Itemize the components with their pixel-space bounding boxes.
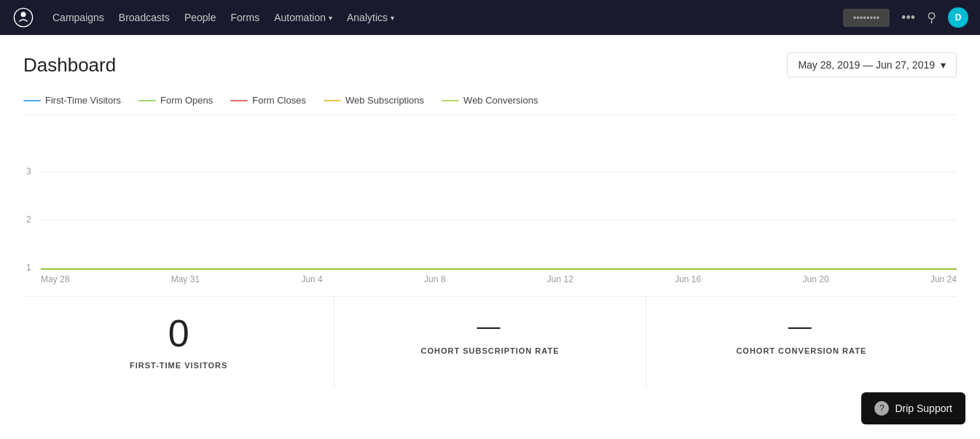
legend-label-web-conversions: Web Conversions [463,95,538,106]
legend-line-form-opens [138,100,156,101]
chart-wrapper: 3 2 1 May 28 May 31 Jun 4 Jun 8 Jun 12 J… [23,124,957,296]
legend-line-visitors [23,100,41,101]
legend-label-form-closes: Form Closes [252,95,306,106]
svg-point-1 [21,12,26,17]
avatar[interactable]: D [948,7,968,28]
more-icon[interactable]: ••• [901,10,915,26]
chart-legend: First-Time Visitors Form Opens Form Clos… [23,95,957,115]
legend-web-conversions: Web Conversions [442,95,538,106]
legend-label-web-subscriptions: Web Subscriptions [345,95,424,106]
automation-chevron-icon: ▾ [329,14,332,22]
x-label-may31: May 31 [171,274,200,284]
legend-label-visitors: First-Time Visitors [45,95,121,106]
stat-label-conversion: COHORT CONVERSION RATE [658,346,945,355]
svg-point-0 [14,8,32,26]
grid-line-1: 1 [41,268,957,268]
nav-people[interactable]: People [184,12,216,23]
stat-label-subscription: COHORT SUBSCRIPTION RATE [346,346,633,355]
x-label-jun12: Jun 12 [547,274,573,284]
legend-form-opens: Form Opens [138,95,213,106]
legend-form-closes: Form Closes [230,95,306,106]
y-label-1: 1 [26,263,31,273]
x-label-jun20: Jun 20 [803,274,829,284]
legend-line-web-subscriptions [324,100,341,101]
chart-area: 3 2 1 [41,124,957,270]
stat-card-first-time-visitors: 0 FIRST-TIME VISITORS [23,297,334,387]
nav-automation[interactable]: Automation ▾ [274,12,332,23]
nav-links: Campaigns Broadcasts People Forms Automa… [52,12,826,23]
x-label-jun24: Jun 24 [930,274,957,284]
nav-forms[interactable]: Forms [230,12,259,23]
search-icon[interactable]: ⚲ [927,9,936,26]
legend-line-form-closes [230,100,248,101]
x-label-jun16: Jun 16 [675,274,701,284]
stat-value-subscription: — [346,314,633,338]
analytics-chevron-icon: ▾ [391,14,394,22]
y-label-3: 3 [26,166,31,176]
nav-analytics[interactable]: Analytics ▾ [347,12,394,23]
x-label-jun4: Jun 4 [301,274,322,284]
date-range-chevron-icon: ▾ [941,59,946,71]
stat-value-conversion: — [658,314,945,338]
stat-card-cohort-subscription: — COHORT SUBSCRIPTION RATE [334,297,646,387]
navbar: Campaigns Broadcasts People Forms Automa… [0,0,980,35]
dashboard-header: Dashboard May 28, 2019 — Jun 27, 2019 ▾ [23,53,957,77]
nav-campaigns[interactable]: Campaigns [52,12,104,23]
nav-broadcasts[interactable]: Broadcasts [119,12,170,23]
stat-value-visitors: 0 [35,314,322,352]
legend-first-time-visitors: First-Time Visitors [23,95,121,106]
main-content: Dashboard May 28, 2019 — Jun 27, 2019 ▾ … [0,35,980,439]
account-button[interactable]: •••••••• [843,9,890,27]
drip-support-label: Drip Support [895,403,952,414]
drip-support-button[interactable]: ? Drip Support [861,392,965,424]
legend-line-web-conversions [442,100,459,101]
grid-line-2: 2 [41,219,957,220]
date-range-button[interactable]: May 28, 2019 — Jun 27, 2019 ▾ [787,53,957,77]
legend-label-form-opens: Form Opens [160,95,213,106]
legend-web-subscriptions: Web Subscriptions [324,95,424,106]
grid-line-3: 3 [41,171,957,172]
x-label-jun8: Jun 8 [424,274,445,284]
nav-right: •••••••• ••• ⚲ D [843,7,968,28]
stat-card-cohort-conversion: — COHORT CONVERSION RATE [646,297,957,387]
drip-support-icon: ? [874,401,889,416]
x-label-may28: May 28 [41,274,69,284]
y-label-2: 2 [26,214,31,225]
date-range-label: May 28, 2019 — Jun 27, 2019 [798,59,935,71]
logo[interactable] [12,6,35,29]
x-axis: May 28 May 31 Jun 4 Jun 8 Jun 12 Jun 16 … [41,270,957,296]
stat-label-visitors: FIRST-TIME VISITORS [35,361,322,370]
page-title: Dashboard [23,54,116,77]
stat-cards: 0 FIRST-TIME VISITORS — COHORT SUBSCRIPT… [23,296,957,387]
